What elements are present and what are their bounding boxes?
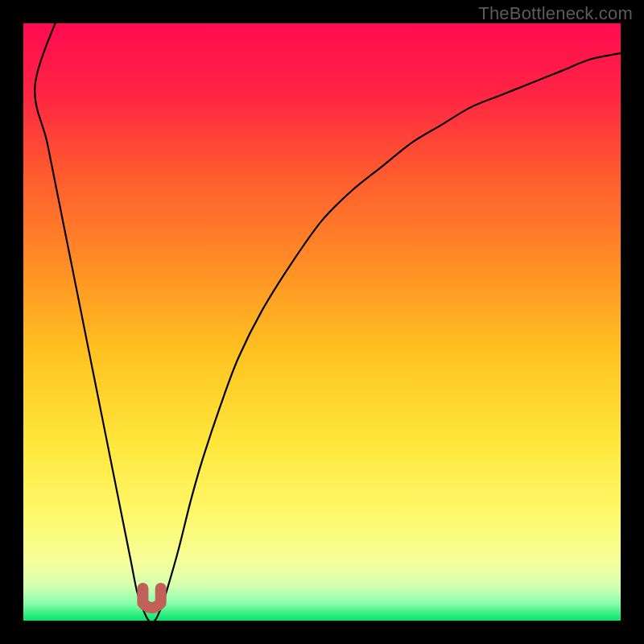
watermark-text: TheBottleneck.com [478,3,633,24]
plot-area [23,23,621,621]
plot-svg [23,23,621,621]
gradient-background [23,23,621,621]
chart-stage: TheBottleneck.com [0,0,644,644]
